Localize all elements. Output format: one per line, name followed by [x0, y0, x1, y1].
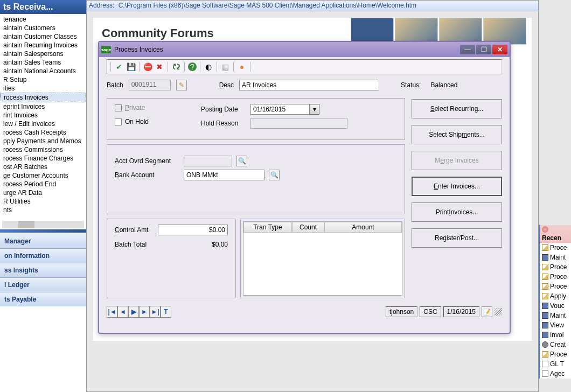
batch-options-group: Private On Hold Posting Date [107, 98, 405, 140]
select-recurring-button[interactable]: Select Recurring... [412, 99, 502, 118]
sidebar-item[interactable]: aintain Salespersons [0, 50, 86, 58]
enter-invoices-button[interactable]: Enter Invoices... [412, 177, 502, 196]
control-amt-input[interactable] [158, 225, 228, 235]
sidebar-section[interactable]: l Ledger [0, 277, 86, 292]
sidebar-item[interactable]: rocess Finance Charges [0, 154, 86, 163]
module-header: ts Receiva... [0, 0, 86, 14]
minimize-button[interactable]: — [460, 45, 475, 54]
sidebar-section[interactable]: on Information [0, 248, 86, 263]
posting-date-field[interactable]: ▾ [250, 104, 319, 115]
next-record-button[interactable]: ► [139, 306, 150, 318]
recent-item[interactable]: Proce [540, 272, 571, 282]
acct-lookup-button[interactable]: 🔍 [236, 156, 247, 166]
sidebar-item[interactable]: aintain Customer Classes [0, 32, 86, 41]
help-icon[interactable]: ? [188, 62, 197, 71]
sidebar-item[interactable]: aintain Customers [0, 24, 86, 32]
recent-item[interactable]: Proce [540, 349, 571, 359]
account-group: Acct Ovrd Segment 🔍 Bank Account 🔍 [107, 144, 405, 214]
recent-item[interactable]: Proce [540, 243, 571, 253]
batch-lookup-button[interactable]: ✎ [176, 80, 187, 90]
sidebar-item[interactable]: rint Invoices [0, 111, 86, 120]
edit-status-button[interactable]: 📝 [482, 306, 492, 317]
right-sidebar: Recen ProceMaintProceProceProceApplyVouc… [539, 225, 571, 379]
chart-icon[interactable]: ◐ [204, 62, 213, 72]
delete-icon[interactable]: ✖ [155, 62, 164, 72]
sidebar-item[interactable]: rocess Cash Receipts [0, 128, 86, 137]
sidebar-section[interactable]: ss Insights [0, 263, 86, 277]
recent-item[interactable]: Proce [540, 262, 571, 272]
filter-button[interactable]: T [161, 306, 171, 318]
dialog-title: Process Invoices [114, 46, 460, 53]
recent-item[interactable]: Invoi [540, 330, 571, 340]
sidebar-item[interactable]: R Setup [0, 75, 86, 84]
item-icon [542, 254, 548, 261]
prev-record-button[interactable]: ◄ [117, 306, 128, 318]
scrollbar[interactable] [2, 221, 84, 228]
posting-date-input[interactable] [250, 104, 310, 115]
recent-item[interactable]: Vouc [540, 301, 571, 311]
close-button[interactable]: ✕ [492, 45, 507, 54]
maximize-button[interactable]: ❐ [476, 45, 491, 54]
bank-lookup-button[interactable]: 🔍 [269, 170, 280, 180]
sidebar-item[interactable]: rocess Period End [0, 180, 86, 188]
onhold-label: On Hold [125, 118, 149, 125]
sidebar-item[interactable]: ost AR Batches [0, 163, 86, 171]
refresh-icon[interactable]: 🗘 [171, 62, 181, 72]
recent-item[interactable]: Proce [540, 282, 571, 291]
recent-header: Recen [540, 225, 571, 243]
bank-account-input[interactable] [184, 170, 264, 180]
sidebar-item[interactable]: ge Customer Accounts [0, 171, 86, 180]
bank-account-label: Bank Account [115, 171, 179, 179]
col-amount: Amount [324, 222, 402, 233]
finish-icon[interactable]: ✔ [114, 62, 124, 72]
recent-item[interactable]: Agec [540, 369, 571, 379]
recent-item[interactable]: Maint [540, 311, 571, 320]
titlebar[interactable]: sage Process Invoices — ❐ ✕ [99, 42, 510, 57]
acct-ovrd-label: Acct Ovrd Segment [115, 157, 179, 165]
recent-item[interactable]: Maint [540, 253, 571, 262]
onhold-checkbox[interactable] [115, 118, 122, 125]
resize-grip[interactable] [495, 308, 502, 316]
sidebar-item[interactable]: aintain Sales Teams [0, 58, 86, 67]
sidebar-item[interactable]: rocess Invoices [0, 93, 86, 102]
desc-input[interactable] [239, 80, 379, 90]
posting-date-label: Posting Date [201, 106, 247, 113]
sidebar-item[interactable]: R Utilities [0, 197, 86, 206]
acct-ovrd-field [184, 156, 232, 166]
sidebar-item[interactable]: pply Payments and Memos [0, 137, 86, 145]
batch-total-value: $0.00 [160, 241, 228, 248]
sidebar-item[interactable]: nts [0, 206, 86, 214]
sidebar-item[interactable]: aintain National Accounts [0, 67, 86, 75]
grid-icon[interactable]: ▦ [220, 62, 230, 72]
recent-item[interactable]: View [540, 320, 571, 330]
sidebar-item[interactable]: urge AR Data [0, 188, 86, 197]
recent-item[interactable]: Apply [540, 291, 571, 301]
scroll-thumb[interactable] [18, 221, 34, 228]
recent-item[interactable]: GL T [540, 359, 571, 369]
chevron-down-icon[interactable]: ▾ [310, 104, 319, 115]
item-icon [542, 341, 548, 348]
office-icon[interactable]: ● [237, 62, 247, 72]
recent-item[interactable]: Creat [540, 340, 571, 349]
sidebar-item[interactable]: eprint Invoices [0, 102, 86, 111]
select-shipments-button[interactable]: Select Shipments... [412, 125, 502, 144]
sidebar-item[interactable]: ities [0, 84, 86, 93]
sidebar-section[interactable]: ts Payable [0, 292, 86, 306]
address-bar: Address: C:\Program Files (x86)\Sage Sof… [87, 1, 538, 11]
stop-button[interactable]: ▶ [128, 306, 139, 318]
save-icon[interactable]: 💾 [126, 62, 136, 72]
sidebar-item[interactable]: aintain Recurring Invoices [0, 41, 86, 50]
status-value: Balanced [430, 81, 457, 89]
item-icon [542, 303, 548, 309]
register-post-button[interactable]: Register/Post... [412, 228, 502, 248]
cancel-icon[interactable]: ⛔ [143, 62, 152, 72]
toolbar: ✔ 💾 ⛔ ✖ 🗘 ? ◐ ▦ ● [107, 59, 502, 74]
first-record-button[interactable]: |◄ [107, 306, 117, 318]
sidebar-item[interactable]: rocess Commissions [0, 145, 86, 154]
print-invoices-button[interactable]: Print Invoices... [412, 202, 502, 222]
sidebar-section[interactable]: Manager [0, 234, 86, 248]
item-icon [542, 274, 548, 280]
sidebar-item[interactable]: iew / Edit Invoices [0, 120, 86, 128]
sidebar-item[interactable]: tenance [0, 15, 86, 24]
last-record-button[interactable]: ►| [150, 306, 161, 318]
